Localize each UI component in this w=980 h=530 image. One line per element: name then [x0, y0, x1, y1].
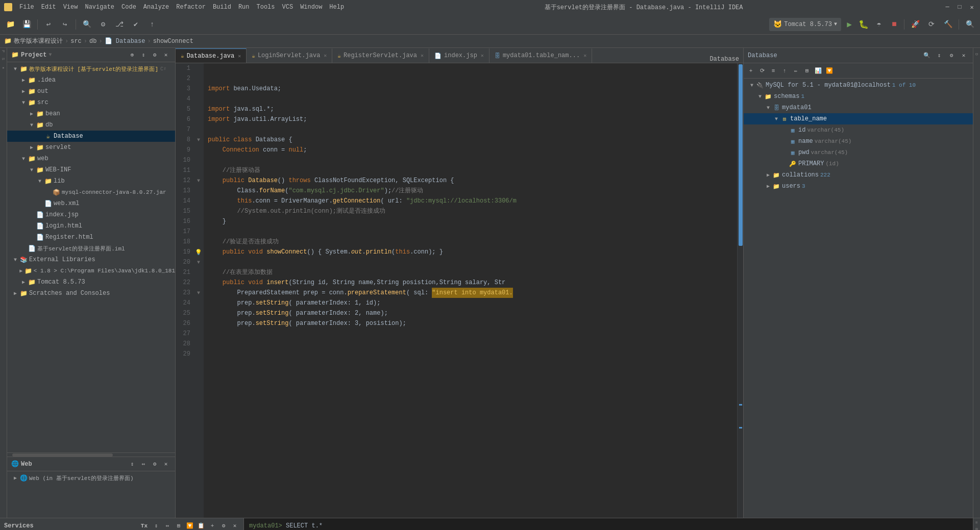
toolbar-open-btn[interactable]: 📁 [3, 17, 17, 32]
web-collapse-btn[interactable]: ⇔ [138, 459, 149, 469]
tab-register-close[interactable]: ✕ [421, 53, 424, 59]
tree-arrow-scratches[interactable]: ▶ [11, 290, 19, 296]
services-close-btn[interactable]: ✕ [230, 521, 239, 531]
db-tool-table[interactable]: ⊞ [802, 66, 812, 76]
run-config-dropdown-icon[interactable]: ▼ [834, 21, 837, 27]
toolbar-commit-btn[interactable]: ✔ [129, 17, 143, 32]
db-arrow-conn[interactable]: ▼ [748, 83, 756, 88]
project-side-icon[interactable]: P [1, 50, 6, 53]
tree-arrow-jdk[interactable]: ▶ [18, 268, 24, 274]
project-scrollbar[interactable] [7, 452, 175, 457]
stop-button[interactable]: ■ [888, 18, 900, 31]
project-close-btn[interactable]: ✕ [161, 50, 171, 60]
tree-item-root[interactable]: ▼ 📁 教学版本课程设计 [基于servlet的登录注册界面] C♯ [7, 63, 175, 74]
project-dropdown-icon[interactable]: ▼ [48, 52, 52, 58]
run-button[interactable]: ▶ [843, 18, 855, 31]
menu-analyze[interactable]: Analyze [143, 4, 169, 11]
breadcrumb-database[interactable]: 📄 Database [105, 37, 145, 45]
tree-arrow-lib[interactable]: ▼ [36, 179, 44, 184]
tab-login-close[interactable]: ✕ [324, 53, 327, 59]
services-expand-btn[interactable]: ⇕ [152, 521, 161, 531]
db-item-id[interactable]: ▦ id varchar(45) [744, 124, 973, 136]
db-tool-filter[interactable]: ≡ [768, 66, 778, 76]
breadcrumb-show-connect[interactable]: showConnect [153, 38, 193, 45]
tab-registerservlet-java[interactable]: ☕ RegisterServlet.java ✕ [332, 48, 429, 63]
menu-tools[interactable]: Tools [257, 4, 275, 11]
tree-arrow-tomcat[interactable]: ▶ [19, 279, 28, 285]
fold-icon-20[interactable]: ▼ [193, 257, 204, 267]
tree-arrow-servlet[interactable]: ▶ [28, 144, 36, 150]
menu-help[interactable]: Help [329, 4, 344, 11]
db-item-collations[interactable]: ▶ 📁 collations 222 [744, 169, 973, 181]
web-close-btn[interactable]: ✕ [161, 459, 171, 469]
db-item-primary[interactable]: 🔑 PRIMARY (id) [744, 158, 973, 169]
editor-scrollbar[interactable] [737, 63, 743, 518]
maximize-button[interactable]: □ [955, 3, 964, 11]
tab-indexjsp[interactable]: 📄 index.jsp ✕ [429, 48, 489, 63]
tree-arrow-webinf[interactable]: ▼ [28, 167, 36, 173]
services-filter-btn[interactable]: 🔽 [185, 521, 194, 531]
toolbar-vcs-btn[interactable]: ⎇ [112, 17, 127, 32]
toolbar-settings-btn[interactable]: ⚙ [96, 17, 110, 32]
tree-arrow-bean[interactable]: ▶ [28, 111, 36, 117]
tab-database-close[interactable]: ✕ [238, 53, 241, 59]
services-collapse-btn[interactable]: ⇔ [163, 521, 172, 531]
tree-item-bean[interactable]: ▶ 📁 bean [7, 108, 175, 119]
web-settings-btn[interactable]: ⚙ [150, 459, 160, 469]
menu-refactor[interactable]: Refactor [176, 4, 206, 11]
tree-item-iml[interactable]: 📄 基于servlet的登录注册界面.iml [7, 243, 175, 254]
tree-item-database[interactable]: ☕ Database [7, 131, 175, 142]
tree-item-tomcat[interactable]: ▶ 📁 Tomcat 8.5.73 [7, 276, 175, 288]
tree-item-out[interactable]: ▶ 📁 out [7, 86, 175, 97]
db-item-name[interactable]: ▦ name varchar(45) [744, 136, 973, 147]
tree-arrow-src[interactable]: ▼ [19, 100, 28, 106]
tab-database-java[interactable]: ☕ Database.java ✕ [176, 48, 247, 63]
project-settings-btn[interactable]: ⚙ [150, 50, 160, 60]
db-arrow-users[interactable]: ▶ [764, 183, 772, 189]
tree-arrow-web[interactable]: ▼ [19, 156, 28, 162]
db-item-schemas[interactable]: ▼ 📁 schemas 1 [744, 91, 973, 102]
menu-navigate[interactable]: Navigate [85, 4, 114, 11]
structure-side-icon[interactable]: S [1, 58, 6, 60]
breadcrumb-db[interactable]: db [89, 38, 96, 45]
tab-jsp-close[interactable]: ✕ [481, 53, 484, 59]
code-content[interactable]: import bean.Usedata; import java.sql.*; … [204, 63, 737, 518]
breadcrumb-src[interactable]: src [70, 38, 82, 45]
breadcrumb-project-label[interactable]: 教学版本课程设计 [14, 37, 63, 45]
tree-arrow-root[interactable]: ▼ [11, 66, 19, 72]
tab-loginservlet-java[interactable]: ☕ LoginServlet.java ✕ [247, 48, 332, 63]
fold-icon-25[interactable]: ▼ [193, 288, 204, 298]
project-locate-btn[interactable]: ⊕ [127, 50, 137, 60]
menu-view[interactable]: View [63, 4, 78, 11]
menu-run[interactable]: Run [238, 4, 250, 11]
hint-icon-19[interactable]: 💡 [193, 247, 204, 257]
tab-db-close[interactable]: ✕ [583, 53, 586, 59]
close-button[interactable]: ✕ [968, 3, 976, 11]
menu-build[interactable]: Build [213, 4, 231, 11]
web-tree-arrow[interactable]: ▶ [11, 475, 19, 481]
db-tool-refresh[interactable]: ⟳ [757, 66, 767, 76]
db-panel-expand-btn[interactable]: ⇕ [934, 51, 944, 61]
toolbar-build2-btn[interactable]: 🔨 [941, 17, 955, 32]
tree-item-jdk[interactable]: ▶ 📁 < 1.8 > C:\Program Files\Java\jdk1.8… [7, 265, 175, 276]
db-item-users[interactable]: ▶ 📁 users 3 [744, 181, 973, 192]
toolbar-redo-btn[interactable]: ↪ [58, 17, 72, 32]
menu-bar[interactable]: File Edit View Navigate Code Analyze Ref… [4, 3, 344, 11]
tree-item-registerhtml[interactable]: 📄 Register.html [7, 232, 175, 243]
db-item-conn[interactable]: ▼ 🔌 MySQL for 5.1 - mydata01@localhost 1… [744, 80, 973, 91]
menu-code[interactable]: Code [121, 4, 136, 11]
tree-item-loginhtml[interactable]: 📄 login.html [7, 220, 175, 232]
tree-arrow-db[interactable]: ▼ [28, 122, 36, 128]
fold-icon-12[interactable]: ▼ [193, 175, 204, 186]
tree-item-mysql-jar[interactable]: 📦 mysql-connector-java-8.0.27.jar [7, 187, 175, 198]
db-panel-settings-btn[interactable]: ⚙ [946, 51, 957, 61]
favorites-side-icon[interactable]: ★ [1, 65, 6, 70]
services-add-btn[interactable]: + [208, 521, 217, 531]
debug-button[interactable]: 🐛 [857, 18, 870, 31]
db-tool-edit[interactable]: ✏ [791, 66, 801, 76]
tree-item-webinf[interactable]: ▼ 📁 WEB-INF [7, 164, 175, 175]
tree-item-web[interactable]: ▼ 📁 web [7, 153, 175, 164]
web-tree-item[interactable]: ▶ 🌐 Web (in 基于servlet的登录注册界面) [7, 472, 175, 484]
db-item-tablename[interactable]: ▼ ⊞ table_name [744, 113, 973, 124]
db-item-pwd[interactable]: ▦ pwd varchar(45) [744, 147, 973, 158]
